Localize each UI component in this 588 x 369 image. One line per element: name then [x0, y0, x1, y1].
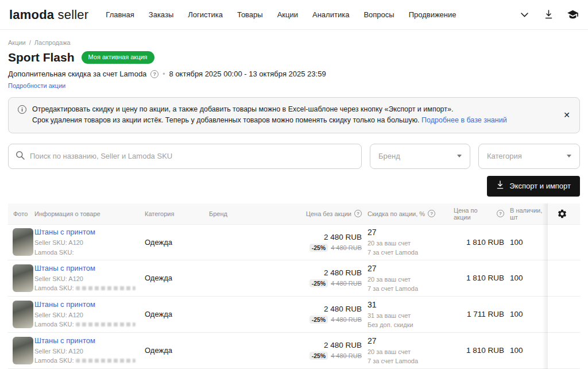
lamoda-sku: Lamoda SKU: — [34, 249, 145, 256]
promo-details-link[interactable]: Подробности акции — [8, 82, 65, 89]
discount-seller-share: 20 за ваш счет — [368, 348, 454, 357]
seller-sku: Seller SKU: A120 — [34, 348, 145, 355]
price-base-cell: 2 480 RUB -25% 4 480 RUB — [284, 341, 368, 360]
search-input[interactable] — [30, 152, 354, 160]
logo-bold: lamoda — [9, 7, 54, 22]
promo-discount-cell: 31 31 за ваш счет Без доп. скидки — [368, 299, 454, 330]
product-photo[interactable] — [13, 301, 33, 328]
product-info-cell: Штаны с принтом Seller SKU: A120 Lamoda … — [34, 337, 145, 364]
account-chevron-icon[interactable] — [518, 9, 531, 21]
col-header-stock: В наличии, шт — [510, 207, 548, 221]
logo-light: seller — [58, 7, 89, 22]
col-header-price-promo: Цена по акции ? — [454, 207, 510, 221]
export-button-label: Экспорт и импорт — [509, 182, 571, 190]
product-name-link[interactable]: Штаны с принтом — [34, 264, 145, 273]
price-base-cell: 2 480 RUB -25% 4 480 RUB — [284, 268, 368, 287]
product-photo-cell — [8, 264, 34, 292]
download-icon — [496, 180, 504, 191]
product-info-cell: Штаны с принтом Seller SKU: A120 Lamoda … — [34, 228, 145, 256]
question-icon[interactable]: ? — [150, 70, 158, 78]
product-photo-cell — [8, 337, 34, 364]
table-row: Штаны с принтом Seller SKU: A120 Lamoda … — [8, 333, 580, 369]
breadcrumb-promos[interactable]: Акции — [8, 39, 26, 46]
price-promo-cell: 1 810 RUB — [454, 238, 510, 247]
export-import-button[interactable]: Экспорт и импорт — [487, 176, 580, 197]
product-photo[interactable] — [13, 228, 33, 256]
price-base-cell: 2 480 RUB -25% 4 480 RUB — [284, 305, 368, 324]
products-table: Фото Информация о товаре Категория Бренд… — [8, 203, 580, 369]
discount-value: 27 — [368, 335, 454, 347]
knowledge-base-link[interactable]: Подробнее в базе знаний — [421, 116, 507, 124]
brand-select-label: Бренд — [378, 152, 400, 160]
discount-percent-badge: -25% — [310, 279, 328, 287]
product-info-cell: Штаны с принтом Seller SKU: A120 Lamoda … — [34, 301, 145, 328]
search-box[interactable] — [8, 144, 362, 169]
price-promo-cell: 1 810 RUB — [454, 346, 510, 355]
price-base-value: 2 480 RUB — [284, 341, 362, 349]
nav-item-5[interactable]: Акции — [277, 10, 298, 19]
price-base-value: 2 480 RUB — [284, 268, 362, 277]
product-photo[interactable] — [13, 264, 33, 292]
lamoda-seller-logo[interactable]: lamoda seller — [9, 7, 88, 22]
stock-cell: 100 — [510, 310, 548, 318]
lamoda-sku-redacted — [76, 286, 136, 290]
nav-item-4[interactable]: Товары — [237, 10, 263, 19]
product-name-link[interactable]: Штаны с принтом — [34, 301, 145, 309]
table-row: Штаны с принтом Seller SKU: A120 Lamoda … — [8, 297, 580, 333]
question-icon[interactable]: ? — [428, 210, 435, 217]
promo-discount-cell: 27 20 за ваш счет 7 за счет Lamoda — [368, 335, 454, 366]
nav-item-8[interactable]: Продвижение — [409, 10, 457, 19]
promo-discount-cell: 27 20 за ваш счет 7 за счет Lamoda — [368, 263, 454, 294]
education-cap-icon[interactable] — [566, 9, 579, 21]
question-icon[interactable]: ? — [354, 210, 362, 217]
info-icon: i — [18, 105, 26, 114]
category-cell: Одежда — [145, 310, 209, 318]
product-info-cell: Штаны с принтом Seller SKU: A120 Lamoda … — [34, 264, 145, 292]
price-base-value: 2 480 RUB — [284, 233, 362, 241]
nav-item-7[interactable]: Вопросы — [363, 10, 394, 19]
discount-value: 31 — [368, 299, 454, 310]
lamoda-sku: Lamoda SKU: — [34, 357, 145, 364]
product-photo[interactable] — [13, 337, 33, 364]
discount-lamoda-share: 7 за счет Lamoda — [368, 357, 454, 366]
promo-dates: 8 октября 2025 00:00 - 13 октября 2025 2… — [169, 70, 326, 78]
download-icon[interactable] — [542, 9, 555, 21]
discount-percent-badge: -25% — [310, 352, 328, 360]
lamoda-sku: Lamoda SKU: — [34, 285, 145, 292]
banner-line2: Срок удаления товаров из акции истёк. Те… — [32, 115, 507, 126]
banner-line1: Отредактировать скидку и цену по акции, … — [32, 104, 507, 115]
table-body: Штаны с принтом Seller SKU: A120 Lamoda … — [8, 224, 580, 369]
product-name-link[interactable]: Штаны с принтом — [34, 337, 145, 345]
banner-close-icon[interactable]: ✕ — [563, 110, 570, 120]
discount-value: 27 — [368, 263, 454, 274]
discount-lamoda-share: 7 за счет Lamoda — [368, 285, 454, 294]
price-old-value: 4 480 RUB — [331, 316, 362, 323]
nav-item-3[interactable]: Логистика — [188, 10, 223, 19]
nav-item-2[interactable]: Заказы — [149, 10, 173, 19]
col-header-price-base: Цена без акции ? — [284, 210, 368, 217]
breadcrumb-current[interactable]: Ласпродажа — [34, 39, 71, 46]
product-name-link[interactable]: Штаны с принтом — [34, 228, 145, 237]
brand-select[interactable]: Бренд — [370, 144, 470, 169]
stock-cell: 100 — [510, 274, 548, 282]
question-icon[interactable]: ? — [497, 210, 504, 217]
category-select[interactable]: Категория — [478, 144, 580, 169]
nav-item-1[interactable]: Главная — [106, 10, 134, 19]
price-base-value: 2 480 RUB — [284, 305, 362, 313]
discount-percent-badge: -25% — [310, 244, 328, 252]
lamoda-sku: Lamoda SKU: — [34, 321, 145, 328]
promo-discount-cell: 27 20 за ваш счет 7 за счет Lamoda — [368, 226, 454, 257]
search-icon — [16, 151, 25, 162]
seller-sku: Seller SKU: A120 — [34, 312, 145, 319]
discount-lamoda-share: Без доп. скидки — [368, 321, 454, 330]
category-cell: Одежда — [145, 238, 209, 247]
gear-icon[interactable] — [556, 207, 568, 220]
stock-cell: 100 — [510, 238, 548, 247]
discount-value: 27 — [368, 226, 454, 238]
col-header-info: Информация о товаре — [34, 210, 145, 217]
nav-item-6[interactable]: Аналитика — [312, 10, 349, 19]
category-cell: Одежда — [145, 274, 209, 282]
chevron-down-icon — [457, 155, 462, 157]
discount-seller-share: 31 за ваш счет — [368, 312, 454, 321]
col-header-settings — [548, 207, 580, 220]
